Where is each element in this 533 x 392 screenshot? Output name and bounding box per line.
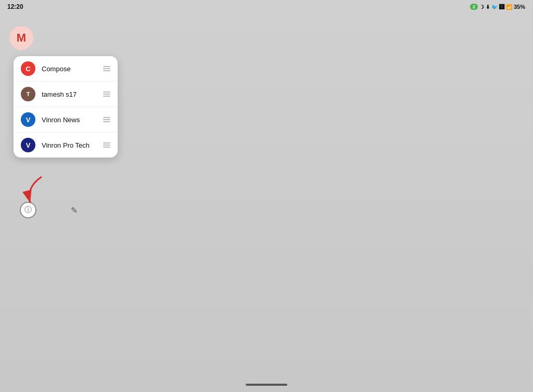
drag-handle bbox=[103, 92, 110, 97]
battery-level-1: 35% bbox=[514, 4, 525, 10]
vinronprotech-icon: V bbox=[21, 138, 35, 152]
battery-badge-1: 2 bbox=[470, 4, 478, 10]
compose-icon: C bbox=[21, 61, 35, 76]
list-item[interactable]: V Vinron News bbox=[14, 107, 118, 133]
vinronnews-icon: V bbox=[21, 112, 35, 127]
compose-label: Compose bbox=[42, 65, 97, 73]
app-action-buttons: ⓘ ✎ bbox=[20, 202, 82, 218]
list-item[interactable]: T tamesh s17 bbox=[14, 82, 118, 107]
drag-handle bbox=[103, 66, 110, 71]
navigation-bar bbox=[246, 384, 287, 386]
status-icons-panel1: 2 ☽ ⬇ 🐦 🅱 📶 35% bbox=[470, 4, 525, 10]
time-panel1: 12:20 bbox=[7, 3, 23, 10]
tamesh-icon: T bbox=[21, 87, 35, 101]
drag-handle bbox=[103, 142, 110, 148]
list-item[interactable]: V Vinron Pro Tech bbox=[14, 133, 118, 158]
panel-recent-apps: 12:20 2 ☽ ⬇ 🐦 🅱 📶 35% M C Compose T tame… bbox=[0, 0, 533, 392]
status-bar-panel1: 12:20 2 ☽ ⬇ 🐦 🅱 📶 35% bbox=[0, 0, 532, 12]
list-item[interactable]: C Compose bbox=[14, 56, 118, 82]
app-info-button[interactable]: ⓘ bbox=[20, 202, 36, 218]
tamesh-label: tamesh s17 bbox=[42, 90, 97, 98]
app-edit-button[interactable]: ✎ bbox=[66, 202, 82, 218]
recent-apps-card: C Compose T tamesh s17 V Vinron News V V… bbox=[14, 56, 118, 158]
drag-handle bbox=[103, 117, 110, 122]
vinronnews-label: Vinron News bbox=[42, 116, 97, 124]
vinronprotech-label: Vinron Pro Tech bbox=[42, 141, 97, 149]
gmail-avatar: M bbox=[9, 26, 33, 50]
